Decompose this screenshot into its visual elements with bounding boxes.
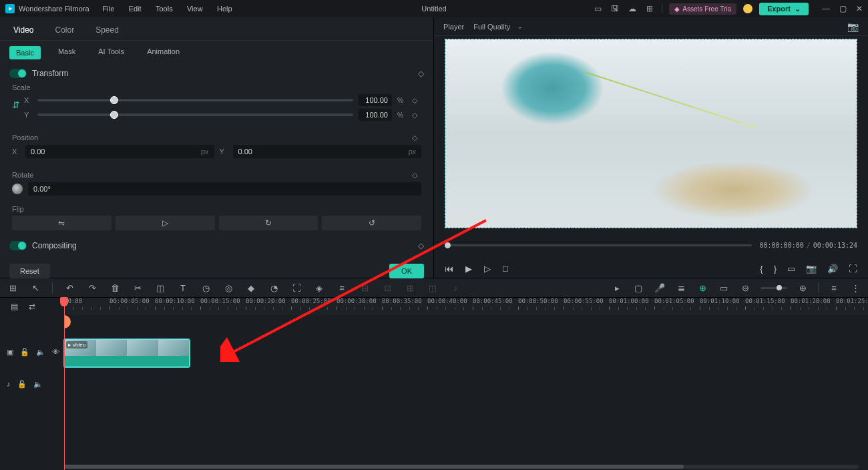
fit-icon[interactable]: ▭ xyxy=(718,283,730,293)
audio-track[interactable] xyxy=(64,370,868,401)
render-icon[interactable]: ▸ xyxy=(611,283,623,293)
stop-button[interactable]: □ xyxy=(503,264,508,274)
mark-out-icon[interactable]: } xyxy=(774,264,777,274)
playhead-knob[interactable] xyxy=(64,315,71,328)
timeline-ruler[interactable]: 00:0000:00:05:0000:00:10:0000:00:15:0000… xyxy=(64,298,868,315)
mic-icon[interactable]: 🎤 xyxy=(654,283,666,293)
menu-file[interactable]: File xyxy=(103,5,115,13)
tab-speed[interactable]: Speed xyxy=(91,21,123,40)
keyframe-tool-icon[interactable]: ◆ xyxy=(245,283,257,293)
position-keyframe-icon[interactable] xyxy=(412,133,421,142)
menu-view[interactable]: View xyxy=(187,5,203,13)
compositing-keyframe-icon[interactable] xyxy=(418,241,424,250)
scale-y-value[interactable]: 100.00 xyxy=(359,109,392,121)
cut-icon[interactable]: ✂ xyxy=(132,283,144,293)
undo-icon[interactable]: ↶ xyxy=(63,283,75,293)
cursor-tool-icon[interactable]: ↖ xyxy=(29,283,41,293)
volume-icon[interactable]: 🔊 xyxy=(827,264,838,274)
menu-tools[interactable]: Tools xyxy=(156,5,173,13)
menu-help[interactable]: Help xyxy=(217,5,232,13)
flip-horizontal-button[interactable]: ⇋ xyxy=(12,216,112,230)
audio-lock-icon[interactable]: 🔓 xyxy=(17,380,27,389)
play-button[interactable]: ▶ xyxy=(465,264,472,274)
compositing-toggle[interactable] xyxy=(9,241,27,250)
timeline-layout-icon[interactable]: ▤ xyxy=(11,302,18,311)
scale-link-icon[interactable]: ⇵ xyxy=(12,99,24,115)
grid-tool-icon[interactable]: ⊞ xyxy=(7,283,19,293)
camera-icon[interactable]: 📷 xyxy=(806,264,817,274)
save-icon[interactable]: 🖫 xyxy=(610,3,620,14)
scale-x-value[interactable]: 100.00 xyxy=(359,94,392,106)
zoom-out-icon[interactable]: ⊖ xyxy=(739,283,751,293)
tag-icon[interactable]: ◈ xyxy=(313,283,325,293)
prev-frame-button[interactable]: ⏮ xyxy=(445,264,453,274)
scale-x-slider[interactable] xyxy=(37,99,353,101)
flip-vertical-button[interactable]: ▷ xyxy=(116,216,215,230)
play-forward-button[interactable]: ▷ xyxy=(484,264,491,274)
color-icon[interactable]: ◎ xyxy=(222,283,234,293)
assets-free-trial-button[interactable]: ◆ Assets Free Tria xyxy=(669,3,736,15)
magnetic-icon[interactable]: ⊕ xyxy=(696,283,708,293)
coin-icon[interactable] xyxy=(743,4,752,13)
mark-in-icon[interactable]: { xyxy=(760,264,763,274)
speed-icon[interactable]: ◷ xyxy=(200,283,212,293)
crop-icon[interactable]: ◫ xyxy=(154,283,166,293)
rotate-cw-button[interactable]: ↻ xyxy=(219,216,318,230)
subtab-basic[interactable]: Basic xyxy=(9,46,41,59)
marker-track[interactable] xyxy=(64,315,868,336)
quality-dropdown[interactable]: Full Quality xyxy=(473,22,523,31)
reset-button[interactable]: Reset xyxy=(9,264,50,278)
scale-x-keyframe-icon[interactable] xyxy=(412,95,421,105)
zoom-slider[interactable] xyxy=(761,287,787,289)
rotate-keyframe-icon[interactable] xyxy=(412,170,421,180)
display-icon[interactable]: ▭ xyxy=(787,264,795,274)
timeline-link-icon[interactable]: ⇄ xyxy=(29,302,35,311)
transform-toggle[interactable] xyxy=(9,69,27,78)
playhead[interactable] xyxy=(64,298,65,470)
timeline-scrollbar[interactable] xyxy=(64,465,859,469)
maximize-button[interactable]: ▢ xyxy=(839,4,847,13)
minimize-button[interactable]: — xyxy=(822,4,830,13)
shield-icon[interactable]: ▢ xyxy=(632,283,644,293)
tab-color[interactable]: Color xyxy=(51,21,78,40)
cloud-icon[interactable]: ☁ xyxy=(627,3,638,14)
rotate-input[interactable]: 0.00° xyxy=(28,182,421,196)
track-mute-icon[interactable]: 🔈 xyxy=(36,348,45,357)
clock-icon[interactable]: ◔ xyxy=(268,283,280,293)
layout-icon[interactable]: ▭ xyxy=(592,3,603,14)
subtab-animation[interactable]: Animation xyxy=(142,43,185,62)
settings-icon[interactable]: ≡ xyxy=(336,283,348,293)
video-track[interactable]: ▸ video xyxy=(64,338,868,369)
redo-icon[interactable]: ↷ xyxy=(86,283,98,293)
video-clip[interactable]: ▸ video xyxy=(64,339,190,367)
more-icon[interactable]: ⋮ xyxy=(849,283,861,293)
scale-y-slider[interactable] xyxy=(37,113,353,116)
subtab-mask[interactable]: Mask xyxy=(53,43,81,62)
position-x-input[interactable]: 0.00px xyxy=(25,145,214,158)
menu-edit[interactable]: Edit xyxy=(129,5,142,13)
mixer-icon[interactable]: ≣ xyxy=(675,283,687,293)
scale-y-keyframe-icon[interactable] xyxy=(412,110,421,120)
zoom-in-icon[interactable]: ⊕ xyxy=(797,283,809,293)
export-button[interactable]: Export ⌄ xyxy=(759,3,809,15)
subtab-aitools[interactable]: AI Tools xyxy=(93,43,130,62)
grid-icon[interactable]: ⊞ xyxy=(644,3,655,14)
tab-video[interactable]: Video xyxy=(9,21,37,40)
expand-icon[interactable]: ⛶ xyxy=(290,283,302,293)
close-button[interactable]: ✕ xyxy=(856,4,863,13)
ok-button[interactable]: OK xyxy=(389,264,424,278)
rotate-knob[interactable] xyxy=(12,184,23,194)
audio-mute-icon[interactable]: 🔈 xyxy=(33,380,43,389)
transform-keyframe-icon[interactable] xyxy=(418,69,424,78)
list-icon[interactable]: ≡ xyxy=(828,283,840,293)
rotate-ccw-button[interactable]: ↺ xyxy=(322,216,421,230)
fullscreen-icon[interactable]: ⛶ xyxy=(849,264,857,274)
track-lock-icon[interactable]: 🔓 xyxy=(20,348,29,357)
playback-progress[interactable] xyxy=(445,244,752,246)
track-visible-icon[interactable]: 👁 xyxy=(52,348,59,356)
snapshot-icon[interactable]: 📷 xyxy=(847,21,859,32)
position-y-input[interactable]: 0.00px xyxy=(233,145,422,158)
delete-icon[interactable]: 🗑 xyxy=(109,283,121,293)
text-icon[interactable]: T xyxy=(177,283,189,293)
video-preview[interactable] xyxy=(445,39,857,228)
